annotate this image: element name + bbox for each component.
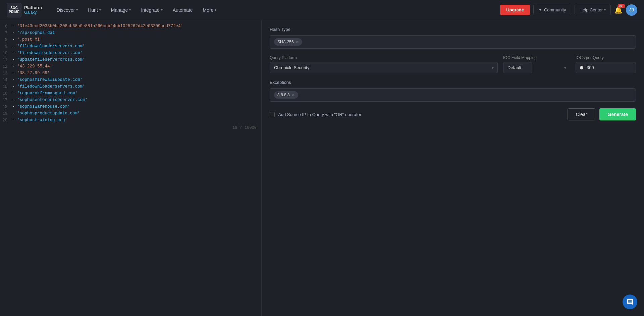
nav-integrate[interactable]: Integrate ▾ <box>136 5 167 15</box>
community-icon: ✦ <box>538 7 542 12</box>
code-line-14: 14 - 'sophosfirewallupdate.com' <box>0 77 261 84</box>
query-platform-select[interactable]: Chronicle Security Microsoft Sentinel Hu… <box>270 62 498 73</box>
ioc-field-mapping-select-wrapper: Default <box>503 62 570 73</box>
hash-type-label: Hash Type <box>270 27 636 32</box>
iocs-count-value: 300 <box>587 65 594 70</box>
code-line-7: 7 - '/sp/sophos.dat' <box>0 30 261 37</box>
settings-panel: Hash Type SHA-256 ✕ Query Platform Chron… <box>262 20 644 316</box>
query-platform-group: Query Platform Chronicle Security Micros… <box>270 55 498 73</box>
upgrade-button[interactable]: Upgrade <box>500 5 530 15</box>
exceptions-label: Exceptions <box>270 80 636 85</box>
community-button[interactable]: ✦ Community <box>533 5 571 15</box>
nav-links: Discover ▾ Hunt ▾ Manage ▾ Integrate ▾ A… <box>52 5 500 15</box>
code-line-16: 16 - 'ragnarokfromasgard.com' <box>0 91 261 97</box>
code-line-20: 20 - 'sophostraining.org' <box>0 117 261 124</box>
nav-discover[interactable]: Discover ▾ <box>52 5 83 15</box>
code-line-15: 15 - 'filedownloaderservers.com' <box>0 84 261 91</box>
iocs-count-display: 300 <box>576 62 636 73</box>
nav-manage[interactable]: Manage ▾ <box>106 5 136 15</box>
code-line-8: 8 - '.post_MI' <box>0 37 261 44</box>
code-line-18: 18 - 'sophoswarehouse.com' <box>0 104 261 111</box>
chevron-down-icon: ▾ <box>161 8 163 12</box>
code-line-13: 13 - '38.27.99.69' <box>0 70 261 77</box>
checkbox-row: Add Source IP to Query with "OR" operato… <box>270 108 636 120</box>
platform-label: Platform <box>24 5 42 10</box>
exception-tag: 8.8.8.8 ✕ <box>274 91 298 99</box>
nav-right: Upgrade ✦ Community Help Center ▾ 🔔 99+ … <box>500 4 637 16</box>
code-panel: 6 - '31e43ecd2038b0ba208cb68a0e881a260ce… <box>0 20 262 316</box>
ioc-field-mapping-group: IOC Field Mapping Default <box>503 55 570 73</box>
query-platform-select-wrapper: Chronicle Security Microsoft Sentinel Hu… <box>270 62 498 73</box>
nav-more[interactable]: More ▾ <box>198 5 221 15</box>
chat-bubble[interactable] <box>623 295 637 309</box>
code-line-11: 11 - 'updatefileservercross.com' <box>0 57 261 64</box>
nav-automate[interactable]: Automate <box>168 5 198 15</box>
logo-area[interactable]: SOCPRIME Platform Galaxy <box>7 3 42 17</box>
clear-button[interactable]: Clear <box>568 108 595 120</box>
exceptions-section: Exceptions 8.8.8.8 ✕ <box>270 80 636 102</box>
main-content: 6 - '31e43ecd2038b0ba208cb68a0e881a260ce… <box>0 20 644 316</box>
source-ip-checkbox[interactable] <box>270 112 275 117</box>
chevron-down-icon: ▾ <box>76 8 78 12</box>
ioc-field-mapping-label: IOC Field Mapping <box>503 55 570 60</box>
iocs-per-query-label: IOCs per Query <box>576 55 636 60</box>
query-platform-label: Query Platform <box>270 55 498 60</box>
help-center-button[interactable]: Help Center ▾ <box>575 5 611 15</box>
logo-icon: SOCPRIME <box>7 3 21 17</box>
chevron-down-icon: ▾ <box>215 8 216 12</box>
remove-exception-tag[interactable]: ✕ <box>292 93 295 97</box>
chevron-down-icon: ▾ <box>129 8 131 12</box>
line-counter: 18 / 10000 <box>0 124 261 131</box>
user-avatar[interactable]: JJ <box>626 4 637 16</box>
galaxy-label: Galaxy <box>24 10 42 15</box>
action-buttons: Clear Generate <box>568 108 636 120</box>
notification-badge: 99+ <box>618 4 625 8</box>
remove-hash-tag[interactable]: ✕ <box>296 40 299 44</box>
code-line-10: 10 - 'filedownloaderserver.com' <box>0 50 261 57</box>
code-line-19: 19 - 'sophosproductupdate.com' <box>0 111 261 117</box>
top-navigation: SOCPRIME Platform Galaxy Discover ▾ Hunt… <box>0 0 644 20</box>
chevron-down-icon: ▾ <box>99 8 101 12</box>
code-line-6: 6 - '31e43ecd2038b0ba208cb68a0e881a260ce… <box>0 23 261 30</box>
chevron-down-icon: ▾ <box>604 8 606 12</box>
hash-tag: SHA-256 ✕ <box>274 38 302 46</box>
code-line-17: 17 - 'sophosenterpriseserver.com' <box>0 97 261 104</box>
logo-text: Platform Galaxy <box>24 5 42 15</box>
notification-button[interactable]: 🔔 99+ <box>614 6 623 14</box>
hash-type-tags: SHA-256 ✕ <box>270 35 636 49</box>
code-line-12: 12 - '43.229.55.44' <box>0 64 261 70</box>
code-line-9: 9 - 'filedownloaderserverx.com' <box>0 44 261 50</box>
platform-row: Query Platform Chronicle Security Micros… <box>270 55 636 73</box>
nav-hunt[interactable]: Hunt ▾ <box>83 5 106 15</box>
count-dot-icon <box>580 66 583 69</box>
exceptions-tags: 8.8.8.8 ✕ <box>270 88 636 102</box>
checkbox-label: Add Source IP to Query with "OR" operato… <box>278 112 361 117</box>
iocs-per-query-group: IOCs per Query 300 <box>576 55 636 73</box>
generate-button[interactable]: Generate <box>599 108 636 120</box>
ioc-field-mapping-select[interactable]: Default <box>503 62 532 73</box>
